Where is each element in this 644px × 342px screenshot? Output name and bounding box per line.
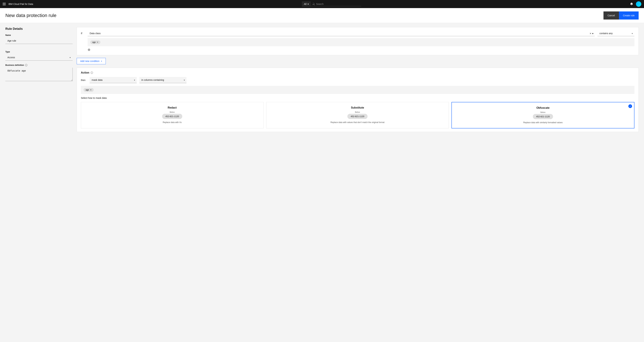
data-class-input[interactable] <box>88 31 595 36</box>
add-condition-label: Add new condition <box>80 60 99 63</box>
brand-name: IBM Cloud Pak for Data <box>8 3 33 6</box>
search-area: All ▾ <box>36 1 627 7</box>
mask-data-select[interactable]: mask data <box>90 77 137 83</box>
create-rule-button[interactable]: Create rule <box>619 12 638 20</box>
rule-details-title: Rule Details <box>6 27 73 31</box>
then-row: then mask data ▾ in columns containing ▾ <box>81 77 634 83</box>
substitute-before-label: Before <box>355 111 360 113</box>
main-layout: Rule Details Name Type Access ▾ Business… <box>0 23 644 342</box>
right-panel: If ✕ ▾ contains any ▾ age <box>77 27 638 342</box>
condition-row: If ✕ ▾ contains any ▾ <box>81 31 634 36</box>
substitute-card[interactable]: Substitute Before 452-821-1120 Replace d… <box>266 102 449 128</box>
substitute-desc: Replace data with values that don't matc… <box>330 121 384 124</box>
topnav-icons <box>630 1 641 7</box>
action-age-tag: age ✕ <box>84 88 94 92</box>
business-def-label: Business definition <box>6 64 24 66</box>
add-value-button[interactable]: ⊕ <box>88 48 90 52</box>
header-actions: Cancel Create rule <box>604 12 638 20</box>
substitute-preview: Before 452-821-1120 <box>348 111 368 119</box>
page-title: New data protection rule <box>6 13 56 18</box>
in-columns-wrapper: in columns containing ▾ <box>140 77 186 83</box>
obfuscate-desc: Replace data with similarly formatted va… <box>523 121 562 124</box>
obfuscate-title: Obfuscate <box>536 106 550 109</box>
age-tag-close-button[interactable]: ✕ <box>97 41 98 44</box>
chevron-down-icon: ▾ <box>308 3 309 6</box>
age-tag-label: age <box>92 41 96 44</box>
avatar[interactable] <box>636 1 641 7</box>
hamburger-menu[interactable] <box>3 3 6 5</box>
action-age-tag-close-button[interactable]: ✕ <box>90 89 92 91</box>
obfuscate-before-label: Before <box>540 111 545 113</box>
obfuscate-card[interactable]: ✓ Obfuscate Before 452-821-1120 Replace … <box>452 102 634 128</box>
action-age-tag-label: age <box>86 89 89 91</box>
type-label: Type <box>6 51 73 53</box>
business-def-label-row: Business definition i <box>6 64 73 66</box>
mask-cards: Redact Before 452-821-1120 Replace data … <box>81 102 634 128</box>
in-columns-select[interactable]: in columns containing <box>140 77 186 83</box>
type-select[interactable]: Access <box>6 54 73 61</box>
data-class-field: ✕ ▾ <box>88 31 595 36</box>
search-icon <box>312 3 315 6</box>
action-title: Action <box>81 71 89 74</box>
notification-icon[interactable] <box>630 2 633 6</box>
add-condition-button[interactable]: Add new condition + <box>77 58 106 64</box>
action-section: Action i then mask data ▾ in columns con… <box>77 68 638 132</box>
obfuscate-preview: Before 452-821-1120 <box>533 111 553 119</box>
obfuscate-check-icon: ✓ <box>628 104 632 108</box>
mask-data-wrapper: mask data ▾ <box>90 77 137 83</box>
condition-card: If ✕ ▾ contains any ▾ age <box>77 27 638 55</box>
age-tag: age ✕ <box>90 40 100 44</box>
business-def-field-group: Business definition i Obfuscate age <box>6 64 73 82</box>
select-mask-label: Select how to mask data: <box>81 97 634 99</box>
business-def-textarea[interactable]: Obfuscate age <box>6 68 73 81</box>
left-panel: Rule Details Name Type Access ▾ Business… <box>6 27 73 342</box>
type-field-group: Type Access ▾ <box>6 51 73 61</box>
action-info-icon[interactable]: i <box>91 72 93 74</box>
type-select-wrapper: Access ▾ <box>6 54 73 61</box>
data-class-clear-button[interactable]: ✕ <box>590 32 592 35</box>
name-label: Name <box>6 34 73 36</box>
search-bar <box>311 2 361 6</box>
plus-circle-icon: ⊕ <box>88 48 90 52</box>
action-header: Action i <box>81 71 634 74</box>
redact-card[interactable]: Redact Before 452-821-1120 Replace data … <box>81 102 264 128</box>
business-def-info-icon[interactable]: i <box>25 64 28 66</box>
name-field-group: Name <box>6 34 73 47</box>
action-tag-area: age ✕ <box>81 86 634 94</box>
obfuscate-preview-value: 452-821-1120 <box>533 114 553 119</box>
substitute-preview-value: 452-821-1120 <box>348 114 368 119</box>
contains-select[interactable]: contains any <box>598 31 634 36</box>
cancel-button[interactable]: Cancel <box>604 12 619 20</box>
search-input[interactable] <box>316 3 350 6</box>
all-dropdown[interactable]: All ▾ <box>302 1 311 7</box>
redact-before-label: Before <box>170 111 174 113</box>
then-label: then <box>81 79 87 82</box>
redact-title: Redact <box>168 106 176 109</box>
data-class-icons: ✕ ▾ <box>590 32 594 35</box>
if-label: If <box>81 31 85 35</box>
name-input[interactable] <box>6 38 73 44</box>
contains-wrapper: contains any ▾ <box>598 31 634 36</box>
substitute-title: Substitute <box>351 106 364 109</box>
add-condition-plus-icon: + <box>101 60 102 63</box>
redact-desc: Replace data with Xs <box>163 121 182 124</box>
redact-preview: Before 452-821-1120 <box>162 111 182 119</box>
condition-tag-area: age ✕ <box>88 38 634 46</box>
page-header: New data protection rule Cancel Create r… <box>0 8 644 23</box>
redact-preview-value: 452-821-1120 <box>162 114 182 119</box>
data-class-chevron-icon: ▾ <box>592 32 594 35</box>
topnav: IBM Cloud Pak for Data All ▾ <box>0 0 644 8</box>
